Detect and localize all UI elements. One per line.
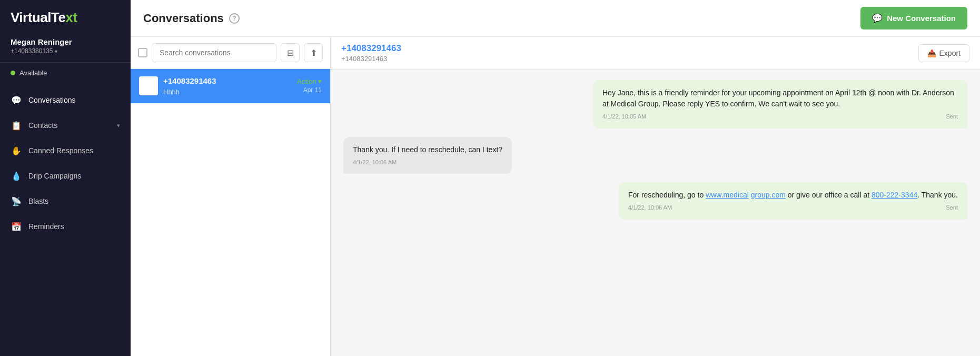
export-icon: 📤 bbox=[927, 49, 936, 57]
user-phone[interactable]: +14083380135 ▾ bbox=[11, 47, 120, 55]
new-conversation-icon: 💬 bbox=[872, 13, 883, 23]
canned-responses-icon: ✋ bbox=[11, 145, 22, 156]
top-header: Conversations ? 💬 New Conversation bbox=[131, 0, 980, 37]
message-bubble: For rescheduling, go to www.medical grou… bbox=[619, 182, 967, 220]
upload-icon: ⬆ bbox=[310, 48, 317, 58]
drip-campaigns-icon: 💧 bbox=[11, 170, 22, 182]
sidebar: VirtualText Megan Reninger +14083380135 … bbox=[0, 0, 131, 356]
message-meta: 4/1/22, 10:06 AM bbox=[353, 158, 502, 167]
sidebar-nav: 💬 Conversations 📋 Contacts ▾ ✋ Canned Re… bbox=[0, 83, 131, 356]
conversation-avatar bbox=[139, 76, 158, 95]
contacts-icon: 📋 bbox=[11, 120, 22, 131]
status-indicator bbox=[11, 71, 15, 75]
conversations-icon: 💬 bbox=[11, 94, 22, 106]
status-section: Available bbox=[0, 63, 131, 83]
conversation-phone: +14083291463 bbox=[163, 76, 216, 85]
sidebar-item-blasts[interactable]: 📡 Blasts bbox=[0, 189, 131, 214]
sidebar-item-canned-responses[interactable]: ✋ Canned Responses bbox=[0, 138, 131, 163]
chevron-down-icon: ▾ bbox=[55, 48, 57, 54]
content-row: ⊟ ⬆ +14083291463 Action ▾ Hhhh Apr 11 bbox=[131, 37, 980, 356]
logo-plain: VirtualTe bbox=[11, 9, 65, 25]
message-row: For rescheduling, go to www.medical grou… bbox=[343, 182, 967, 220]
message-status: Sent bbox=[946, 203, 958, 212]
chat-contact-phone: +14083291463 bbox=[341, 43, 401, 54]
sidebar-item-conversations[interactable]: 💬 Conversations bbox=[0, 87, 131, 113]
sidebar-item-label: Drip Campaigns bbox=[28, 172, 81, 180]
conversation-list-panel: ⊟ ⬆ +14083291463 Action ▾ Hhhh Apr 11 bbox=[131, 37, 331, 356]
message-meta: 4/1/22, 10:05 AM Sent bbox=[602, 112, 958, 121]
search-toolbar: ⊟ ⬆ bbox=[131, 37, 330, 69]
message-status: Sent bbox=[946, 112, 958, 121]
sidebar-item-label: Contacts bbox=[28, 121, 57, 130]
conversation-preview: Hhhh bbox=[163, 88, 180, 96]
sidebar-item-contacts[interactable]: 📋 Contacts ▾ bbox=[0, 113, 131, 138]
header-left: Conversations ? bbox=[143, 12, 240, 25]
reminders-icon: 📅 bbox=[11, 221, 22, 232]
phone-link[interactable]: 800-222-3344 bbox=[872, 191, 917, 199]
message-time: 4/1/22, 10:05 AM bbox=[602, 112, 646, 121]
sidebar-item-label: Reminders bbox=[28, 222, 64, 231]
conversation-date: Apr 11 bbox=[303, 86, 322, 96]
message-row: Hey Jane, this is a friendly reminder fo… bbox=[343, 80, 967, 128]
chat-panel: +14083291463 +14083291463 📤 Export Hey J… bbox=[331, 37, 980, 356]
search-input[interactable] bbox=[152, 43, 276, 62]
sidebar-item-label: Canned Responses bbox=[28, 146, 93, 155]
filter-icon: ⊟ bbox=[287, 48, 294, 58]
sidebar-item-label: Blasts bbox=[28, 197, 48, 205]
blasts-icon: 📡 bbox=[11, 195, 22, 207]
new-conversation-button[interactable]: 💬 New Conversation bbox=[860, 7, 967, 29]
message-time: 4/1/22, 10:06 AM bbox=[628, 203, 672, 212]
message-bubble-wrapper: Thank you. If I need to reschedule, can … bbox=[343, 137, 512, 174]
message-meta: 4/1/22, 10:06 AM Sent bbox=[628, 203, 958, 212]
message-bubble-wrapper: Hey Jane, this is a friendly reminder fo… bbox=[593, 80, 967, 128]
export-label: Export bbox=[939, 49, 961, 57]
chat-header: +14083291463 +14083291463 📤 Export bbox=[331, 37, 980, 70]
chat-contact-sub: +14083291463 bbox=[341, 55, 401, 63]
export-button[interactable]: 📤 Export bbox=[918, 44, 969, 62]
help-icon[interactable]: ? bbox=[229, 13, 240, 24]
sidebar-item-reminders[interactable]: 📅 Reminders bbox=[0, 214, 131, 239]
conversation-item-body: +14083291463 Action ▾ Hhhh Apr 11 bbox=[163, 76, 322, 96]
logo-text: VirtualText bbox=[11, 9, 77, 26]
new-conversation-label: New Conversation bbox=[887, 14, 956, 23]
message-row: Thank you. If I need to reschedule, can … bbox=[343, 137, 967, 174]
search-input-wrapper bbox=[152, 43, 276, 62]
user-name: Megan Reninger bbox=[11, 37, 120, 46]
conversation-item-top: +14083291463 Action ▾ bbox=[163, 76, 322, 85]
sidebar-item-drip-campaigns[interactable]: 💧 Drip Campaigns bbox=[0, 163, 131, 189]
message-time: 4/1/22, 10:06 AM bbox=[353, 158, 397, 167]
message-link[interactable]: www.medical bbox=[706, 191, 749, 199]
chat-contact-info: +14083291463 +14083291463 bbox=[341, 43, 401, 63]
message-text: For rescheduling, go to www.medical grou… bbox=[628, 191, 958, 199]
conversation-action[interactable]: Action ▾ bbox=[297, 77, 322, 85]
message-bubble: Hey Jane, this is a friendly reminder fo… bbox=[593, 80, 967, 128]
app-logo: VirtualText bbox=[0, 0, 131, 33]
message-text: Hey Jane, this is a friendly reminder fo… bbox=[602, 88, 954, 108]
user-section: Megan Reninger +14083380135 ▾ bbox=[0, 33, 131, 63]
status-label: Available bbox=[19, 69, 47, 77]
chevron-down-icon: ▾ bbox=[117, 122, 120, 129]
message-bubble-wrapper: For rescheduling, go to www.medical grou… bbox=[619, 182, 967, 220]
message-text: Thank you. If I need to reschedule, can … bbox=[353, 145, 502, 154]
export-icon-button[interactable]: ⬆ bbox=[304, 43, 323, 62]
message-bubble: Thank you. If I need to reschedule, can … bbox=[343, 137, 512, 174]
message-link[interactable]: group.com bbox=[751, 191, 786, 199]
filter-icon-button[interactable]: ⊟ bbox=[281, 43, 300, 62]
logo-highlight: xt bbox=[65, 9, 77, 25]
page-title: Conversations bbox=[143, 12, 224, 25]
sidebar-item-label: Conversations bbox=[28, 96, 76, 104]
conversation-item-bottom: Hhhh Apr 11 bbox=[163, 86, 322, 96]
conversation-item[interactable]: +14083291463 Action ▾ Hhhh Apr 11 bbox=[131, 69, 330, 104]
main-content: Conversations ? 💬 New Conversation ⊟ ⬆ bbox=[131, 0, 980, 356]
messages-area: Hey Jane, this is a friendly reminder fo… bbox=[331, 70, 980, 356]
select-all-checkbox[interactable] bbox=[138, 48, 147, 57]
